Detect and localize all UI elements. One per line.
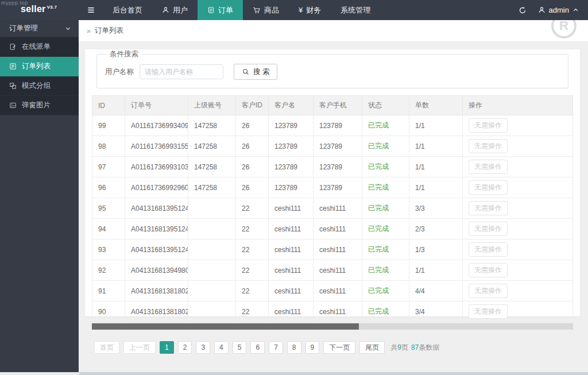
page-summary: 共9页87条数据 (390, 343, 439, 353)
nav-item-finance[interactable]: ¥财务 (289, 0, 331, 20)
cell-order-no: A04131681381802494 (125, 281, 188, 301)
no-action-button[interactable]: 无需操作 (469, 242, 508, 257)
cell-order-no: A04131681381802232 (125, 301, 188, 322)
cell-status: 已完成 (362, 198, 409, 219)
cell-customer-phone: ceshi111 (314, 301, 362, 322)
cell-action: 无需操作 (463, 177, 573, 198)
cell-status: 已完成 (362, 301, 409, 322)
page-number-7[interactable]: 7 (269, 341, 283, 354)
no-action-button[interactable]: 无需操作 (469, 180, 508, 195)
menu-toggle-button[interactable] (79, 0, 103, 20)
status-badge: 已完成 (368, 225, 389, 233)
username-input[interactable] (140, 64, 223, 79)
table-row: 98A0116173699315562814725826123789123789… (92, 136, 573, 157)
page-number-4[interactable]: 4 (214, 341, 229, 354)
sidebar: 订单管理 在线派单订单列表模式分组弹窗图片 (0, 20, 79, 372)
top-nav: 后台首页用户订单商品¥财务系统管理 (103, 0, 380, 20)
cell-customer-phone: 123789 (314, 157, 362, 177)
cell-customer-name: 123789 (269, 177, 314, 198)
sidebar-item-popup-image[interactable]: 弹窗图片 (0, 96, 79, 115)
image-icon (9, 102, 17, 109)
cell-status: 已完成 (362, 157, 409, 177)
page-prev-button[interactable]: 上一页 (123, 341, 156, 354)
order-table: ID订单号上级账号客户ID客户名客户手机状态单数操作 99A0116173699… (92, 95, 573, 322)
order-icon (207, 6, 215, 14)
table-row: 94A0413168139512431222ceshi111ceshi111已完… (92, 219, 573, 239)
main-content: » 订单列表 R 条件搜索 用户名称 搜 索 (79, 20, 588, 372)
nav-item-system[interactable]: 系统管理 (331, 0, 380, 20)
cell-customer-phone: ceshi111 (314, 281, 362, 301)
no-action-button[interactable]: 无需操作 (469, 201, 508, 215)
page-next-button[interactable]: 下一页 (323, 341, 355, 354)
no-action-button[interactable]: 无需操作 (469, 263, 508, 277)
page-scrollbar-thumb[interactable] (0, 372, 79, 375)
page-number-1[interactable]: 1 (160, 341, 174, 354)
search-button[interactable]: 搜 索 (234, 64, 277, 80)
user-icon (162, 6, 169, 14)
nav-item-users[interactable]: 用户 (152, 0, 198, 20)
cell-action: 无需操作 (463, 301, 573, 322)
cell-action: 无需操作 (463, 281, 573, 301)
page-number-8[interactable]: 8 (287, 341, 301, 354)
cell-id: 91 (92, 281, 125, 301)
cell-customer-id: 22 (236, 198, 269, 219)
cell-customer-phone: ceshi111 (314, 260, 362, 281)
page-number-3[interactable]: 3 (196, 341, 210, 354)
no-action-button[interactable]: 无需操作 (469, 118, 508, 133)
no-action-button[interactable]: 无需操作 (469, 284, 508, 298)
brand-name: seller (21, 4, 46, 14)
cell-action: 无需操作 (463, 239, 573, 260)
status-badge: 已完成 (368, 163, 389, 171)
search-icon (242, 68, 250, 76)
cell-parent-account: 147258 (188, 136, 236, 157)
page-buttons: 首页上一页123456789下一页尾页 (94, 341, 385, 354)
summary-pages-unit: 页 (401, 343, 408, 353)
cell-count: 1/1 (409, 115, 463, 136)
page-number-5[interactable]: 5 (233, 341, 247, 354)
no-action-button[interactable]: 无需操作 (469, 160, 508, 174)
sidebar-item-online-dispatch[interactable]: 在线派单 (0, 37, 79, 57)
page-number-9[interactable]: 9 (305, 341, 320, 354)
sidebar-item-label: 订单列表 (22, 61, 51, 71)
cell-parent-account (188, 219, 236, 239)
topbar-right: admin (519, 0, 588, 20)
logo-letter: R (559, 20, 568, 33)
no-action-button[interactable]: 无需操作 (469, 139, 508, 153)
breadcrumb-label: 订单列表 (95, 26, 123, 36)
no-action-button[interactable]: 无需操作 (469, 222, 508, 236)
cell-customer-name: 123789 (269, 136, 314, 157)
page-number-6[interactable]: 6 (250, 341, 265, 354)
no-action-button[interactable]: 无需操作 (469, 304, 508, 319)
table-scrollbar-thumb[interactable] (92, 323, 359, 330)
page-first-button[interactable]: 首页 (94, 341, 119, 354)
search-row: 用户名称 搜 索 (105, 64, 560, 80)
cell-status: 已完成 (362, 281, 409, 301)
table-row: 90A0413168138180223222ceshi111ceshi111已完… (92, 301, 573, 322)
sidebar-item-order-list[interactable]: 订单列表 (0, 57, 79, 76)
nav-item-label: 系统管理 (341, 5, 370, 16)
brand-version: V3.7 (47, 5, 57, 10)
cell-customer-name: ceshi111 (269, 301, 314, 322)
cell-order-no: A01161736992960833 (125, 177, 188, 198)
cell-action: 无需操作 (463, 115, 573, 136)
page-last-button[interactable]: 尾页 (359, 341, 385, 354)
sidebar-section-orders[interactable]: 订单管理 (0, 20, 79, 37)
cell-count: 4/4 (409, 281, 463, 301)
page-scrollbar[interactable] (0, 372, 588, 375)
sidebar-item-label: 在线派单 (22, 42, 51, 52)
sidebar-item-mode-group[interactable]: 模式分组 (0, 76, 79, 96)
refresh-button[interactable] (519, 6, 527, 14)
nav-item-home[interactable]: 后台首页 (103, 0, 152, 20)
user-menu[interactable]: admin (538, 6, 579, 14)
column-header: 订单号 (125, 96, 188, 115)
nav-item-label: 财务 (306, 5, 321, 16)
nav-item-goods[interactable]: 商品 (243, 0, 289, 20)
summary-records-unit: 条数据 (419, 343, 439, 353)
table-scrollbar[interactable] (92, 323, 573, 330)
cell-customer-phone: 123789 (314, 115, 362, 136)
cell-count: 1/1 (409, 136, 463, 157)
page-number-2[interactable]: 2 (178, 341, 192, 354)
breadcrumb: » 订单列表 R (79, 20, 588, 41)
cell-customer-name: ceshi111 (269, 219, 314, 239)
nav-item-orders[interactable]: 订单 (198, 0, 243, 20)
